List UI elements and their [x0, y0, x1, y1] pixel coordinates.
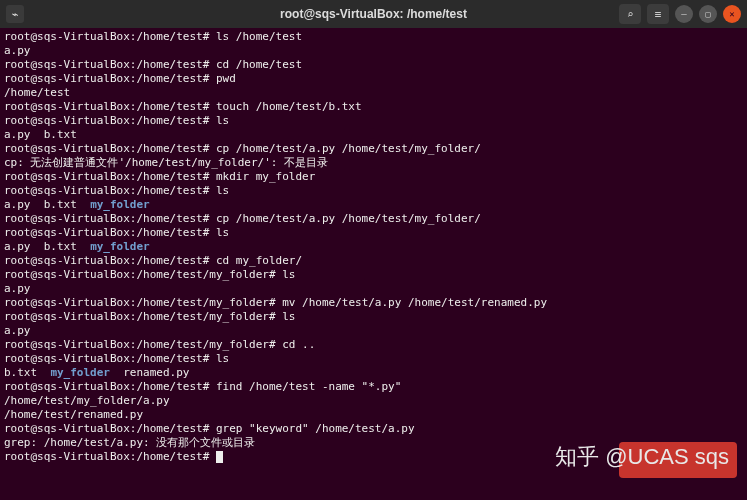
- terminal-line: root@sqs-VirtualBox:/home/test# cd my_fo…: [4, 254, 743, 268]
- window-titlebar: ⌁ root@sqs-VirtualBox: /home/test ⌕ ≡ — …: [0, 0, 747, 28]
- cursor: [216, 451, 223, 463]
- search-button[interactable]: ⌕: [619, 4, 641, 24]
- terminal-line: root@sqs-VirtualBox:/home/test# cp /home…: [4, 212, 743, 226]
- terminal-line: /home/test: [4, 86, 743, 100]
- terminal-line: a.py b.txt: [4, 128, 743, 142]
- terminal-line: root@sqs-VirtualBox:/home/test/my_folder…: [4, 268, 743, 282]
- menu-button[interactable]: ≡: [647, 4, 669, 24]
- terminal-output[interactable]: root@sqs-VirtualBox:/home/test# ls /home…: [0, 28, 747, 466]
- minimize-button[interactable]: —: [675, 5, 693, 23]
- terminal-line: a.py: [4, 44, 743, 58]
- search-icon: ⌕: [627, 8, 634, 21]
- watermark-text: 知乎 @UCAS sqs: [555, 442, 729, 472]
- terminal-line: root@sqs-VirtualBox:/home/test# find /ho…: [4, 380, 743, 394]
- menu-icon: ≡: [655, 8, 662, 21]
- window-title: root@sqs-VirtualBox: /home/test: [280, 7, 467, 21]
- terminal-line: /home/test/my_folder/a.py: [4, 394, 743, 408]
- terminal-line: root@sqs-VirtualBox:/home/test# cd /home…: [4, 58, 743, 72]
- terminal-line: root@sqs-VirtualBox:/home/test# cp /home…: [4, 142, 743, 156]
- terminal-line: root@sqs-VirtualBox:/home/test# mkdir my…: [4, 170, 743, 184]
- terminal-line: root@sqs-VirtualBox:/home/test# pwd: [4, 72, 743, 86]
- minimize-icon: —: [681, 9, 686, 19]
- terminal-line: root@sqs-VirtualBox:/home/test# ls: [4, 352, 743, 366]
- terminal-app-icon: ⌁: [6, 5, 24, 23]
- close-button[interactable]: ✕: [723, 5, 741, 23]
- terminal-line: root@sqs-VirtualBox:/home/test# ls: [4, 114, 743, 128]
- terminal-line: b.txt my_folder renamed.py: [4, 366, 743, 380]
- terminal-line: root@sqs-VirtualBox:/home/test/my_folder…: [4, 338, 743, 352]
- terminal-line: a.py: [4, 282, 743, 296]
- close-icon: ✕: [729, 9, 734, 19]
- terminal-line: root@sqs-VirtualBox:/home/test# grep "ke…: [4, 422, 743, 436]
- terminal-line: root@sqs-VirtualBox:/home/test# ls: [4, 226, 743, 240]
- terminal-line: a.py: [4, 324, 743, 338]
- terminal-line: a.py b.txt my_folder: [4, 240, 743, 254]
- terminal-line: root@sqs-VirtualBox:/home/test/my_folder…: [4, 310, 743, 324]
- maximize-icon: ▢: [705, 9, 710, 19]
- terminal-line: a.py b.txt my_folder: [4, 198, 743, 212]
- terminal-line: root@sqs-VirtualBox:/home/test/my_folder…: [4, 296, 743, 310]
- terminal-line: /home/test/renamed.py: [4, 408, 743, 422]
- maximize-button[interactable]: ▢: [699, 5, 717, 23]
- terminal-line: root@sqs-VirtualBox:/home/test# ls /home…: [4, 30, 743, 44]
- terminal-line: root@sqs-VirtualBox:/home/test# ls: [4, 184, 743, 198]
- terminal-line: cp: 无法创建普通文件'/home/test/my_folder/': 不是目…: [4, 156, 743, 170]
- terminal-line: root@sqs-VirtualBox:/home/test# touch /h…: [4, 100, 743, 114]
